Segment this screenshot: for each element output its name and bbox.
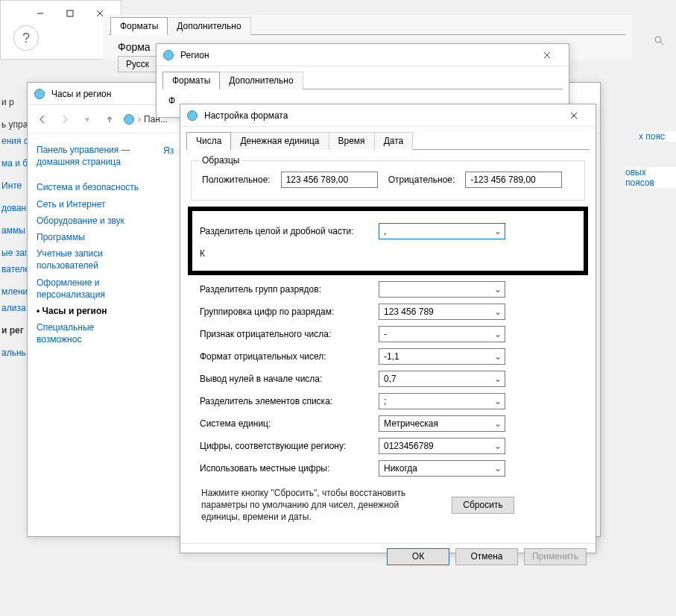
negative-sign-select[interactable]: -⌄ [379, 326, 505, 342]
native-digits-select[interactable]: Никогда⌄ [379, 460, 505, 477]
chevron-down-icon: ⌄ [494, 284, 502, 295]
group-separator-select[interactable]: ⌄ [379, 281, 505, 298]
digit-grouping-label: Группировка цифр по разрядам: [200, 307, 379, 317]
chevron-down-icon: ⌄ [494, 329, 502, 339]
reset-button[interactable]: Сбросить [452, 497, 514, 514]
sidebar-item-appearance[interactable]: Оформление и персонализация [37, 277, 141, 301]
chevron-down-icon: ⌄ [494, 307, 502, 317]
recent-button[interactable]: ▾ [78, 110, 96, 128]
chevron-down-icon: ⌄ [494, 396, 502, 406]
globe-icon [162, 49, 174, 61]
sidebar-home[interactable]: Панель управления —домашняя страница [37, 144, 141, 168]
svg-point-6 [35, 89, 45, 98]
svg-point-4 [655, 37, 661, 43]
chevron-down-icon: ⌄ [494, 463, 502, 474]
svg-line-5 [660, 42, 663, 45]
globe-icon [34, 88, 45, 100]
sidebar-item-hardware[interactable]: Оборудование и звук [37, 215, 141, 227]
sidebar: Панель управления —домашняя страница Сис… [28, 133, 145, 536]
tab-dopolnitelno[interactable]: Дополнительно [219, 72, 303, 89]
help-icon: ? [22, 31, 30, 46]
svg-point-8 [164, 50, 174, 60]
edge-clipped-text: и р ь упра ения с ма и б Инте дован аммы… [0, 97, 27, 470]
window-title: Часы и регион [51, 89, 111, 99]
measurement-system-label: Система единиц: [200, 418, 379, 429]
close-button[interactable] [558, 105, 590, 126]
sidebar-item-programs[interactable]: Программы [37, 231, 141, 243]
negative-format-label: Формат отрицательных чисел: [200, 351, 379, 362]
search-icon [654, 35, 664, 48]
chevron-down-icon: ⌄ [494, 441, 502, 451]
language-link[interactable]: Яз [163, 145, 174, 156]
negative-label: Отрицательное: [388, 175, 455, 185]
russian-button-bg[interactable]: Русск [118, 56, 157, 72]
chevron-down-icon: ⌄ [494, 351, 502, 362]
chevron-down-icon: ⌄ [494, 418, 502, 429]
tab-dopolnitelno-bg[interactable]: Дополнительно [167, 17, 250, 35]
tab-formaty[interactable]: Форматы [162, 72, 220, 89]
group-separator-label: Разделитель групп разрядов: [200, 284, 379, 295]
sidebar-item-network[interactable]: Сеть и Интернет [37, 198, 141, 210]
search-input[interactable] [557, 30, 673, 52]
native-digits-label: Использовать местные цифры: [200, 463, 379, 474]
maximize-button[interactable] [55, 3, 85, 24]
samples-group: Образцы Положительное: 123 456 789,00 От… [191, 160, 585, 201]
close-button[interactable] [531, 45, 563, 66]
standard-digits-label: Цифры, соответствующие региону: [200, 441, 379, 451]
list-separator-select[interactable]: ;⌄ [379, 393, 505, 409]
tab-numbers[interactable]: Числа [186, 132, 231, 150]
highlighted-decimal-separator: Разделитель целой и дробной части: , ⌄ К [188, 207, 588, 275]
chevron-down-icon: ⌄ [494, 226, 502, 236]
tab-date[interactable]: Дата [374, 132, 414, 150]
help-button[interactable]: ? [13, 25, 39, 51]
fraction-digits-label: К [200, 248, 379, 259]
dialog-title: Регион [180, 50, 209, 60]
decimal-separator-label: Разделитель целой и дробной части: [200, 226, 379, 236]
digit-grouping-select[interactable]: 123 456 789⌄ [379, 304, 505, 320]
positive-sample: 123 456 789,00 [281, 172, 378, 188]
list-separator-label: Разделитель элементов списка: [200, 396, 379, 406]
svg-point-7 [124, 114, 134, 124]
negative-sign-label: Признак отрицательного числа: [200, 329, 379, 339]
back-button[interactable] [34, 110, 51, 128]
up-button[interactable] [101, 110, 119, 128]
svg-point-11 [188, 110, 198, 120]
group-title: Образцы [199, 155, 242, 166]
leading-zero-select[interactable]: 0,7⌄ [379, 371, 505, 387]
ok-button[interactable]: ОК [387, 548, 449, 565]
globe-icon [186, 110, 198, 122]
svg-rect-1 [67, 10, 73, 16]
apply-button[interactable]: Применить [524, 548, 587, 565]
sidebar-item-system[interactable]: Система и безопасность [37, 181, 141, 193]
dialog-title: Настройка формата [204, 110, 288, 121]
negative-sample: -123 456 789,00 [465, 172, 562, 188]
leading-zero-label: Вывод нулей в начале числа: [200, 374, 379, 384]
negative-format-select[interactable]: -1,1⌄ [379, 348, 505, 365]
sidebar-item-accounts[interactable]: Учетные записи пользователей [37, 248, 141, 271]
positive-label: Положительное: [202, 175, 271, 185]
forward-button[interactable] [56, 110, 74, 128]
minimize-button[interactable] [25, 3, 55, 24]
timezone-link-fragment[interactable]: х пояс [639, 131, 676, 142]
decimal-separator-select[interactable]: , ⌄ [379, 223, 505, 239]
standard-digits-select[interactable]: 0123456789⌄ [379, 438, 505, 454]
globe-icon [123, 113, 135, 125]
measurement-system-select[interactable]: Метрическая⌄ [379, 415, 505, 432]
tab-currency[interactable]: Денежная единица [230, 132, 329, 150]
tab-formaty-bg[interactable]: Форматы [110, 17, 168, 35]
sidebar-item-accessibility[interactable]: Специальные возможнос [37, 321, 141, 345]
sidebar-item-clock-region[interactable]: Часы и регион [37, 305, 141, 317]
cancel-button[interactable]: Отмена [455, 548, 518, 565]
format-settings-dialog: Настройка формата Числа Денежная единица… [180, 104, 596, 553]
chevron-down-icon: ⌄ [494, 374, 502, 384]
timezone-link-fragment2[interactable]: овых поясов [625, 167, 676, 188]
tab-time[interactable]: Время [329, 132, 375, 150]
reset-hint: Нажмите кнопку "Сбросить", чтобы восстан… [201, 487, 440, 524]
